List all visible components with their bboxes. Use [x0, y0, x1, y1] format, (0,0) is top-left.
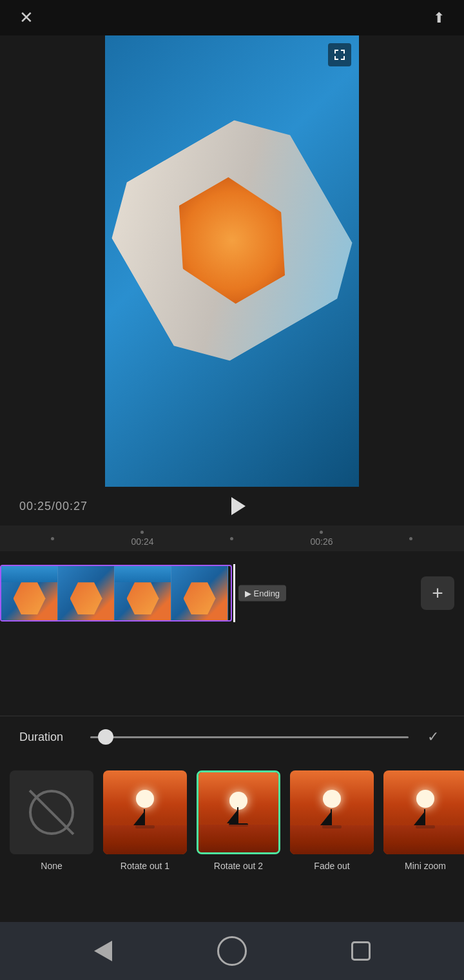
- back-nav-button[interactable]: [87, 935, 119, 967]
- playhead: [233, 564, 235, 622]
- slider-thumb[interactable]: [98, 729, 113, 745]
- duration-row: Duration ✓: [0, 716, 464, 758]
- effect-item-rotate-out-1[interactable]: Rotate out 1: [103, 770, 187, 871]
- ruler-dot: [51, 537, 54, 540]
- water-reflection: [290, 825, 374, 855]
- effect-label-rotate-out-1: Rotate out 1: [121, 861, 169, 871]
- ruler-time-24: 00:24: [131, 536, 153, 547]
- ruler-marks: 00:24 00:26: [13, 531, 451, 547]
- effect-thumb-fade-out: [290, 770, 374, 854]
- add-clip-button[interactable]: +: [421, 576, 454, 610]
- effect-bg-rotate-out-1: [103, 770, 187, 854]
- film-frame-1: [1, 566, 58, 620]
- total-time: 00:27: [55, 500, 88, 513]
- no-effect-icon: [29, 790, 74, 835]
- timeline-track: ▶ Ending +: [0, 564, 464, 622]
- ruler-dot: [140, 531, 144, 534]
- video-content: [105, 35, 359, 487]
- effect-thumb-rotate-out-1: [103, 770, 187, 854]
- effect-item-mini-zoom[interactable]: Mini zoom: [383, 770, 464, 871]
- recents-nav-button[interactable]: [345, 935, 377, 967]
- shape-inner: [155, 163, 309, 318]
- ruler-mark-time-24: 00:24: [131, 531, 153, 547]
- ruler-mark-time-26: 00:26: [310, 531, 333, 547]
- effect-thumb-mini-zoom: [383, 770, 464, 854]
- film-frame-3: [115, 566, 171, 620]
- checkmark-icon: ✓: [427, 729, 439, 745]
- effect-bg-mini-zoom: [383, 770, 464, 854]
- effect-label-fade-out: Fade out: [314, 861, 349, 871]
- time-display: 00:25/00:27: [19, 500, 88, 513]
- effect-item-rotate-out-2[interactable]: Rotate out 2: [197, 770, 280, 871]
- bottom-nav: [0, 922, 464, 980]
- ruler-mark: [409, 537, 412, 540]
- play-button[interactable]: [223, 492, 251, 520]
- effect-label-mini-zoom: Mini zoom: [405, 861, 446, 871]
- video-canvas: [105, 35, 359, 487]
- effect-item-none[interactable]: None: [10, 770, 93, 871]
- home-nav-icon: [217, 936, 247, 966]
- water-reflection: [383, 825, 464, 855]
- svg-marker-4: [227, 810, 237, 823]
- water-reflection: [103, 825, 187, 855]
- film-frame-4: [171, 566, 228, 620]
- video-preview: [105, 35, 359, 487]
- effect-bg-fade-out: [290, 770, 374, 854]
- sun-icon: [136, 790, 154, 808]
- ending-badge: ▶ Ending: [238, 585, 286, 602]
- fullscreen-button[interactable]: [328, 43, 351, 66]
- confirm-button[interactable]: ✓: [421, 725, 445, 749]
- effect-bg-rotate-out-2: [198, 772, 278, 852]
- ruler-dot: [409, 537, 412, 540]
- ruler-mark: [51, 537, 54, 540]
- add-icon: +: [432, 582, 443, 604]
- play-icon: [231, 497, 246, 515]
- playback-controls: 00:25/00:27: [0, 487, 464, 525]
- ending-badge-text: ▶ Ending: [245, 589, 280, 598]
- timeline-area: ▶ Ending +: [0, 551, 464, 635]
- ruler-dot: [320, 531, 323, 534]
- effects-row: None Rotate out 1: [0, 758, 464, 919]
- sun-icon: [323, 790, 341, 808]
- home-nav-button[interactable]: [216, 935, 248, 967]
- effect-label-rotate-out-2: Rotate out 2: [214, 861, 263, 871]
- top-bar: ✕ ⬆: [0, 0, 464, 35]
- shape-outer: [105, 99, 359, 381]
- duration-slider[interactable]: [90, 736, 409, 738]
- ruler-dot: [230, 537, 233, 540]
- current-time: 00:25: [19, 500, 52, 513]
- effect-label-none: None: [41, 861, 62, 871]
- ruler-time-26: 00:26: [310, 536, 333, 547]
- timeline-ruler: 00:24 00:26: [0, 525, 464, 551]
- export-button[interactable]: ⬆: [433, 10, 445, 26]
- film-frame-2: [58, 566, 115, 620]
- duration-label: Duration: [19, 730, 77, 744]
- svg-marker-1: [133, 812, 144, 825]
- recents-nav-icon: [351, 941, 371, 961]
- sun-icon: [416, 790, 434, 808]
- effect-thumb-rotate-out-2: [197, 770, 280, 854]
- svg-marker-10: [414, 812, 424, 825]
- back-nav-icon: [94, 941, 112, 961]
- video-rotating-shape: [105, 99, 359, 381]
- film-strip: [0, 565, 232, 622]
- close-button[interactable]: ✕: [19, 8, 34, 28]
- water-reflection: [198, 825, 278, 852]
- ruler-mark: [230, 537, 233, 540]
- svg-marker-7: [320, 812, 331, 825]
- effect-item-fade-out[interactable]: Fade out: [290, 770, 374, 871]
- effect-thumb-none: [10, 770, 93, 854]
